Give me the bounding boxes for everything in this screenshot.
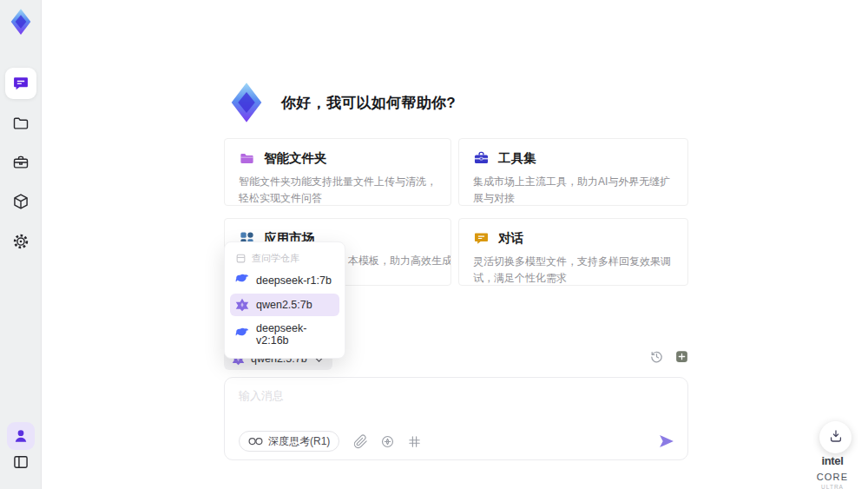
panel-icon — [12, 453, 30, 471]
history-icon[interactable] — [649, 349, 664, 364]
model-option-deepseek-r1[interactable]: deepseek-r1:7b — [230, 269, 339, 292]
briefcase-icon — [12, 154, 30, 171]
new-chat-icon[interactable] — [674, 349, 689, 364]
card-title: 智能文件夹 — [264, 150, 327, 167]
model-option-deepseek-v2[interactable]: deepseek-v2:16b — [230, 318, 339, 351]
folder-filled-icon — [239, 150, 255, 167]
app-window: 你好，我可以如何帮助你? 智能文件夹 智能文件夹功能支持批量文件上传与清洗，轻松… — [0, 0, 868, 489]
composer-toolbar: 深度思考(R1) — [239, 431, 675, 452]
deepthink-icon — [248, 437, 263, 446]
gear-icon — [12, 233, 30, 250]
model-dropdown-header: 查问学仓库 — [225, 246, 345, 268]
composer: 深度思考(R1) — [224, 377, 688, 460]
sidebar-item-models[interactable] — [5, 186, 36, 217]
sidebar-item-folders[interactable] — [5, 108, 36, 139]
repo-icon — [235, 253, 247, 264]
model-option-label: deepseek-v2:16b — [256, 322, 334, 347]
qwen-icon — [235, 298, 249, 312]
ultra-logo-text: ultra — [804, 484, 861, 489]
sidebar-item-settings[interactable] — [5, 226, 36, 257]
greeting-title: 你好，我可以如何帮助你? — [281, 93, 456, 113]
assistant-logo-icon — [224, 80, 269, 125]
deepseek-icon — [235, 274, 249, 287]
card-desc: 集成市场上主流工具，助力AI与外界无缝扩展与对接 — [473, 174, 674, 206]
cube-icon — [12, 193, 30, 210]
card-title: 工具集 — [498, 150, 536, 167]
card-desc-fragment: 本模板，助力高效生成多 — [348, 253, 451, 269]
download-icon — [828, 428, 844, 447]
sidebar-item-chat[interactable] — [5, 68, 36, 99]
deep-think-label: 深度思考(R1) — [268, 434, 330, 449]
download-button[interactable] — [819, 421, 852, 453]
paperclip-icon[interactable] — [353, 434, 368, 449]
model-dropdown-header-label: 查问学仓库 — [252, 252, 299, 265]
chat-icon — [12, 75, 30, 92]
intel-logo-text: intel — [821, 454, 843, 467]
sidebar-item-collapse[interactable] — [5, 446, 36, 478]
deepseek-icon — [235, 327, 249, 341]
chat-actions — [649, 349, 689, 364]
card-smart-folders[interactable]: 智能文件夹 智能文件夹功能支持批量文件上传与清洗，轻松实现文件问答 — [224, 138, 451, 206]
deep-think-toggle[interactable]: 深度思考(R1) — [239, 431, 339, 452]
card-chat[interactable]: 对话 灵活切换多模型文件，支持多样回复效果调试，满足个性化需求 — [458, 218, 688, 286]
core-logo-text: core — [817, 472, 849, 482]
model-option-label: deepseek-r1:7b — [256, 274, 332, 287]
sidebar — [0, 0, 42, 489]
chat-filled-icon — [473, 230, 490, 247]
composer-icons — [353, 434, 422, 449]
model-option-qwen[interactable]: qwen2.5:7b — [230, 294, 339, 316]
briefcase-filled-icon — [473, 150, 490, 167]
card-desc: 灵活切换多模型文件，支持多样回复效果调试，满足个性化需求 — [473, 254, 674, 286]
intel-core-badge: intel core ultra — [804, 453, 861, 489]
model-dropdown: 查问学仓库 deepseek-r1:7b qwen2.5:7b deepseek… — [224, 241, 345, 359]
model-option-label: qwen2.5:7b — [256, 299, 312, 311]
sidebar-item-toolset[interactable] — [5, 147, 36, 178]
card-toolset[interactable]: 工具集 集成市场上主流工具，助力AI与外界无缝扩展与对接 — [458, 138, 688, 206]
send-icon[interactable] — [658, 433, 675, 450]
card-title: 对话 — [498, 230, 523, 247]
folder-icon — [12, 115, 30, 132]
hash-grid-icon[interactable] — [407, 434, 422, 449]
globe-icon[interactable] — [380, 434, 395, 449]
greeting: 你好，我可以如何帮助你? — [224, 80, 456, 125]
card-desc: 智能文件夹功能支持批量文件上传与清洗，轻松实现文件问答 — [239, 174, 437, 206]
user-icon — [12, 427, 30, 445]
message-input[interactable] — [225, 378, 687, 428]
app-logo-icon[interactable] — [6, 7, 36, 36]
